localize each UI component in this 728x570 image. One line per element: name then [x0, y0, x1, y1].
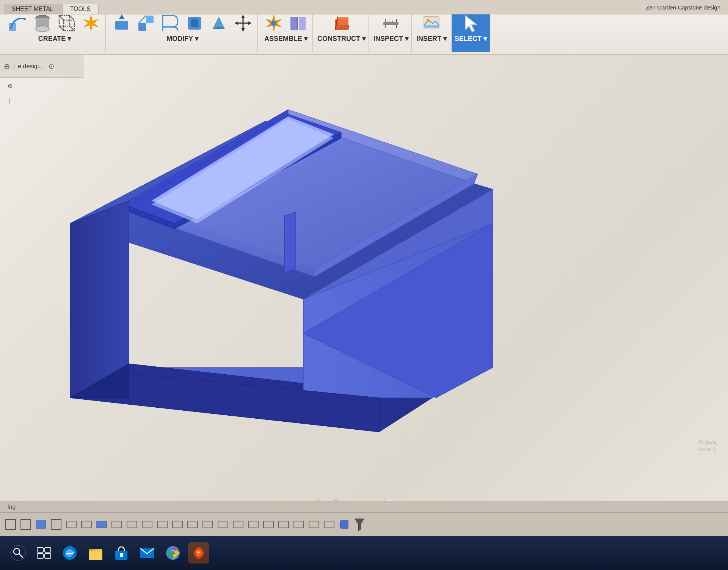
timeline-icon-7[interactable] — [95, 518, 108, 531]
minus-icon[interactable]: ⊖ — [4, 62, 10, 71]
create-cylinder-icon[interactable] — [31, 12, 54, 35]
taskbar-chrome-icon[interactable] — [162, 542, 184, 564]
select-dropdown[interactable]: SELECT ▾ — [455, 35, 487, 43]
svg-point-88 — [11, 545, 26, 561]
svg-rect-86 — [340, 521, 348, 528]
modify-dropdown[interactable]: MODIFY ▾ — [166, 35, 198, 43]
taskbar-store-icon[interactable] — [111, 542, 132, 564]
svg-rect-91 — [37, 548, 43, 552]
timeline-icon-22[interactable] — [322, 518, 336, 531]
create-dropdown[interactable]: CREATE ▾ — [38, 35, 71, 43]
timeline-icon-1[interactable] — [4, 518, 17, 531]
assemble-dropdown[interactable]: ASSEMBLE ▾ — [264, 35, 308, 43]
timeline-icon-6[interactable] — [80, 518, 93, 531]
svg-rect-32 — [383, 22, 399, 25]
svg-rect-83 — [294, 521, 304, 528]
left-side-icons: ⊕ | — [4, 80, 16, 107]
construct-plane-icon[interactable] — [330, 12, 353, 35]
timeline-icon-17[interactable] — [246, 518, 260, 531]
taskbar-mail-icon[interactable] — [136, 542, 158, 564]
svg-marker-19 — [241, 15, 245, 18]
svg-rect-64 — [6, 520, 16, 529]
svg-rect-85 — [324, 521, 334, 528]
modify-pushpull-icon[interactable] — [110, 12, 133, 35]
timeline-icon-13[interactable] — [186, 518, 199, 531]
create-icons-row — [7, 12, 102, 35]
svg-marker-10 — [84, 16, 98, 31]
assemble-icons-row — [262, 12, 309, 35]
inspect-measure-icon[interactable] — [380, 12, 402, 35]
tab-sheet-metal[interactable]: SHEET METAL — [4, 4, 61, 14]
taskbar-taskview-icon[interactable] — [33, 542, 55, 564]
svg-rect-0 — [9, 23, 16, 31]
design-panel: ⊖ | e desigi... ⊙ — [0, 55, 83, 78]
taskbar-fusion-icon[interactable]: F — [188, 542, 209, 564]
taskbar-explorer-icon[interactable] — [85, 542, 106, 564]
taskbar-edge-icon[interactable] — [59, 542, 80, 564]
left-plus-icon[interactable]: ⊕ — [4, 80, 16, 92]
select-cursor-icon[interactable] — [460, 12, 482, 35]
svg-rect-67 — [51, 520, 61, 529]
timeline-icon-21[interactable] — [307, 518, 321, 531]
svg-rect-99 — [120, 553, 123, 557]
insert-image-icon[interactable] — [420, 12, 443, 35]
timeline-icon-15[interactable] — [216, 518, 230, 531]
timeline-icon-8[interactable] — [110, 518, 124, 531]
timeline-icon-2[interactable] — [19, 518, 33, 531]
modify-move-icon[interactable] — [232, 12, 254, 35]
timeline-icon-5[interactable] — [64, 518, 78, 531]
target-icon: ⊙ — [49, 62, 54, 71]
svg-point-40 — [427, 19, 430, 22]
assemble-joint-icon[interactable] — [262, 12, 285, 35]
svg-marker-22 — [248, 21, 251, 25]
construct-dropdown[interactable]: CONSTRUCT ▾ — [317, 35, 366, 43]
timeline-icon-14[interactable] — [201, 518, 215, 531]
svg-rect-82 — [279, 521, 289, 528]
separator-line: | — [13, 63, 15, 70]
svg-marker-21 — [235, 21, 238, 25]
title-bar: Zen Garden Capstone design — [500, 0, 728, 14]
timeline-icon-11[interactable] — [155, 518, 169, 531]
svg-rect-78 — [218, 521, 228, 528]
svg-rect-74 — [157, 521, 167, 528]
timeline-icon-3[interactable] — [34, 518, 48, 531]
assemble-book-icon[interactable] — [287, 12, 309, 35]
inspect-icons-row — [380, 12, 402, 35]
taskbar: F — [0, 536, 728, 570]
svg-marker-12 — [119, 14, 125, 19]
timeline-funnel-icon[interactable] — [353, 518, 366, 531]
timeline-icon-12[interactable] — [171, 518, 184, 531]
inspect-dropdown[interactable]: INSPECT ▾ — [373, 35, 408, 43]
timeline-icon-small[interactable] — [337, 518, 351, 531]
create-explode-icon[interactable] — [80, 12, 102, 35]
timeline-icon-18[interactable] — [262, 518, 275, 531]
taskbar-search-icon[interactable] — [8, 542, 29, 564]
tab-tools[interactable]: TOOLS — [62, 4, 99, 14]
timeline-icon-10[interactable] — [140, 518, 154, 531]
timeline-icon-9[interactable] — [125, 518, 139, 531]
svg-rect-81 — [264, 521, 273, 528]
svg-rect-75 — [173, 521, 182, 528]
svg-rect-11 — [115, 21, 128, 30]
svg-rect-13 — [138, 23, 146, 31]
timeline-icon-19[interactable] — [277, 518, 290, 531]
create-arc-icon[interactable] — [7, 12, 30, 35]
modify-shape1-icon[interactable] — [135, 12, 157, 35]
timeline-icon-20[interactable] — [292, 518, 306, 531]
modify-shape3-icon[interactable] — [183, 12, 206, 35]
design-tab-label[interactable]: e desigi... — [18, 63, 44, 70]
timeline-icon-4[interactable] — [49, 518, 63, 531]
construct-icons-row — [330, 12, 353, 35]
svg-rect-70 — [97, 521, 107, 528]
timeline-icon-16[interactable] — [231, 518, 245, 531]
svg-rect-93 — [37, 554, 43, 558]
svg-rect-76 — [188, 521, 198, 528]
modify-shape4-icon[interactable] — [207, 12, 230, 35]
svg-marker-42 — [465, 16, 477, 32]
svg-rect-71 — [112, 521, 122, 528]
create-box-wireframe-icon[interactable] — [55, 12, 78, 35]
insert-dropdown[interactable]: INSERT ▾ — [416, 35, 447, 43]
modify-shape2-icon[interactable] — [159, 12, 182, 35]
svg-rect-66 — [36, 521, 46, 528]
viewport[interactable]: Activa Go to S... — [0, 55, 728, 513]
